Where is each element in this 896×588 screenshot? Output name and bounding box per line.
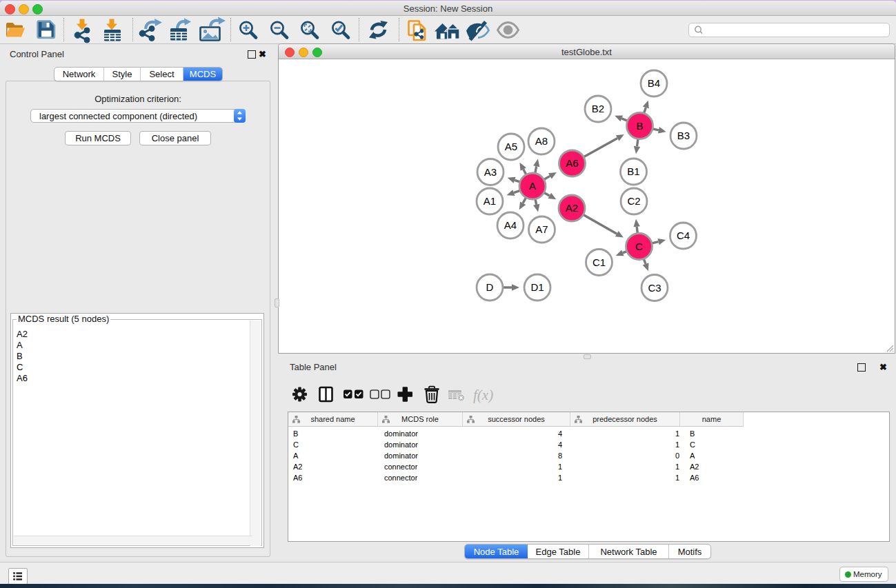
svg-text:C3: C3 (648, 282, 661, 294)
svg-text:C1: C1 (593, 256, 606, 268)
svg-text:A7: A7 (535, 223, 548, 235)
svg-text:B2: B2 (592, 103, 604, 114)
svg-text:A4: A4 (504, 219, 517, 231)
svg-text:B3: B3 (677, 130, 690, 141)
svg-text:C2: C2 (627, 195, 640, 207)
svg-text:B1: B1 (627, 165, 639, 177)
svg-text:A2: A2 (566, 202, 578, 214)
svg-text:C: C (635, 241, 643, 252)
svg-text:D: D (486, 281, 494, 293)
svg-text:A3: A3 (484, 166, 497, 178)
svg-text:B: B (636, 120, 643, 132)
svg-text:A: A (529, 180, 536, 192)
svg-text:B4: B4 (648, 77, 660, 89)
svg-text:D1: D1 (530, 281, 544, 293)
svg-text:f(x): f(x) (473, 387, 493, 403)
svg-text:C4: C4 (677, 230, 690, 241)
svg-text:A5: A5 (505, 141, 517, 152)
svg-text:A6: A6 (566, 157, 578, 169)
svg-text:A1: A1 (484, 195, 496, 207)
svg-text:A8: A8 (535, 135, 548, 147)
